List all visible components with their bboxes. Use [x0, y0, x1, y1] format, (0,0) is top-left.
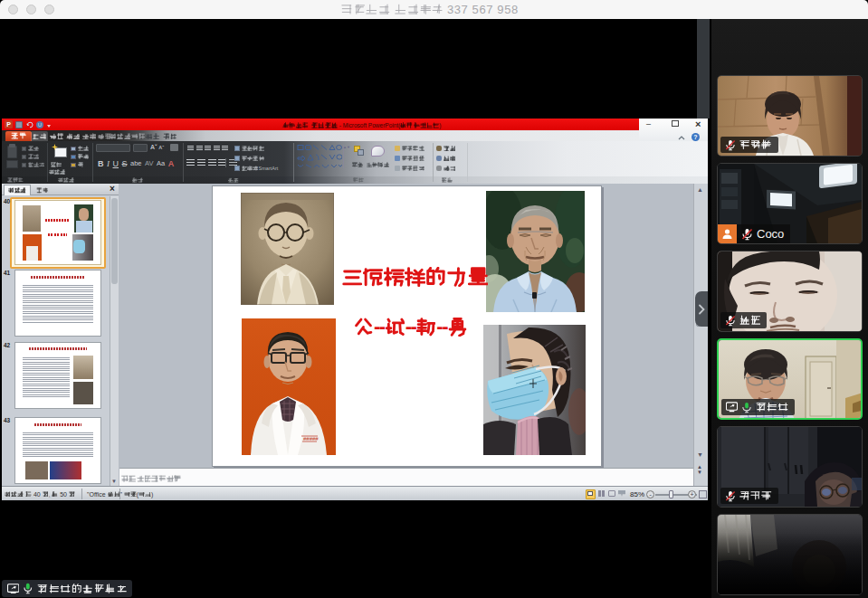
svg-text:#####: #####	[303, 436, 319, 441]
